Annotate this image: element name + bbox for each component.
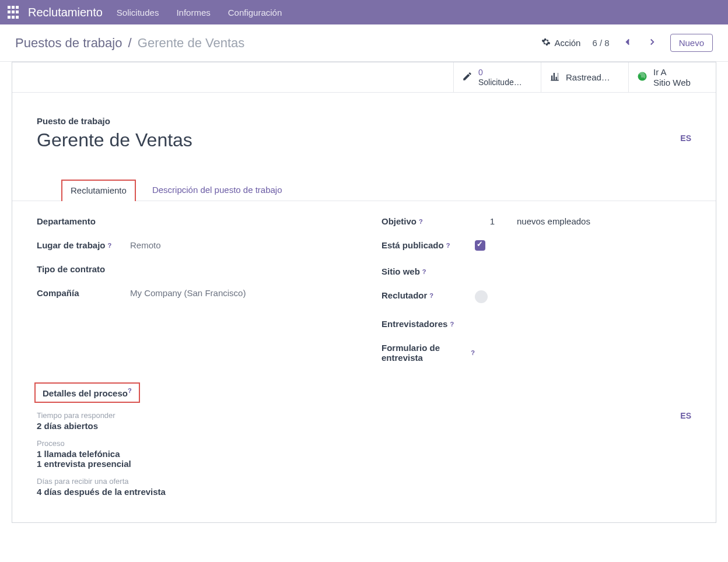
offer-days-label: Días para recibir una oferta [37, 477, 166, 486]
recruiter-label: Reclutador? [382, 290, 475, 300]
stat-applications[interactable]: 0 Solicitude… [453, 62, 541, 92]
stat-trackers-label: Rastread… [566, 72, 610, 82]
help-icon[interactable]: ? [471, 349, 475, 356]
stat-buttons-row: 0 Solicitude… Rastread… Ir A Sitio Web [12, 62, 716, 93]
company-label: Compañía [37, 288, 130, 298]
job-title-input[interactable]: Gerente de Ventas [37, 129, 192, 151]
department-label: Departamento [37, 216, 130, 226]
stat-website-line2: Sitio Web [653, 78, 691, 88]
help-icon[interactable]: ? [429, 292, 433, 299]
contract-type-label: Tipo de contrato [37, 264, 130, 274]
nav-item-configuration[interactable]: Configuración [228, 8, 282, 17]
top-navbar: Reclutamiento Solicitudes Informes Confi… [0, 0, 728, 24]
form-sheet: 0 Solicitude… Rastread… Ir A Sitio Web P… [12, 62, 716, 523]
process-details-header: Detalles del proceso? [34, 382, 140, 403]
action-label: Acción [554, 38, 580, 48]
nav-item-reports[interactable]: Informes [176, 8, 210, 17]
published-checkbox[interactable] [475, 240, 485, 251]
stat-website[interactable]: Ir A Sitio Web [628, 62, 716, 92]
svg-rect-0 [551, 80, 559, 81]
pencil-icon [462, 71, 473, 83]
workplace-input[interactable]: Remoto [130, 240, 346, 250]
action-dropdown[interactable]: Acción [541, 37, 580, 48]
next-record-button[interactable] [646, 37, 659, 49]
stat-applications-label: Solicitude… [478, 78, 522, 87]
stat-website-line1: Ir A [653, 67, 691, 78]
help-icon[interactable]: ? [419, 218, 423, 225]
help-icon[interactable]: ? [128, 387, 132, 394]
chevron-left-icon [622, 37, 633, 47]
help-icon[interactable]: ? [450, 321, 454, 328]
stat-trackers[interactable]: Rastread… [541, 62, 628, 92]
tab-recruitment[interactable]: Reclutamiento [61, 180, 136, 201]
process-line-1[interactable]: 1 llamada telefónica [37, 449, 166, 459]
language-badge-process[interactable]: ES [680, 411, 691, 505]
bar-chart-icon [550, 71, 560, 83]
respond-time-value[interactable]: 2 días abiertos [37, 421, 166, 431]
website-field-label: Sitio web? [382, 266, 475, 276]
globe-icon [637, 71, 648, 83]
workplace-label: Lugar de trabajo? [37, 240, 130, 250]
tab-description[interactable]: Descripción del puesto de trabajo [152, 179, 282, 201]
breadcrumb: Puestos de trabajo / Gerente de Ventas [15, 36, 244, 51]
breadcrumb-current: Gerente de Ventas [138, 36, 244, 50]
offer-days-value[interactable]: 4 días después de la entrevista [37, 487, 166, 497]
prev-record-button[interactable] [621, 37, 634, 49]
apps-icon[interactable] [6, 5, 20, 19]
help-icon[interactable]: ? [446, 242, 450, 249]
app-brand[interactable]: Reclutamiento [28, 6, 103, 19]
nav-item-applications[interactable]: Solicitudes [117, 8, 159, 17]
breadcrumb-separator: / [128, 36, 132, 50]
target-label: Objetivo? [382, 216, 475, 226]
gear-icon [541, 37, 551, 48]
respond-time-label: Tiempo para responder [37, 411, 166, 420]
help-icon[interactable]: ? [422, 268, 426, 275]
chevron-right-icon [647, 37, 657, 47]
tab-bar: Reclutamiento Descripción del puesto de … [12, 179, 716, 201]
interview-form-label: Formulario de entrevista? [382, 343, 475, 363]
target-input[interactable]: 1 [475, 216, 510, 226]
recruiter-avatar[interactable] [475, 290, 488, 303]
pager-text[interactable]: 6 / 8 [592, 38, 609, 48]
new-button[interactable]: Nuevo [670, 34, 713, 52]
company-input[interactable]: My Company (San Francisco) [130, 288, 346, 298]
breadcrumb-parent[interactable]: Puestos de trabajo [15, 36, 122, 50]
target-suffix: nuevos empleados [517, 216, 590, 226]
job-position-label: Puesto de trabajo [37, 116, 192, 126]
process-line-2[interactable]: 1 entrevista presencial [37, 459, 166, 469]
stat-applications-count: 0 [478, 68, 522, 78]
breadcrumb-bar: Puestos de trabajo / Gerente de Ventas A… [0, 24, 728, 62]
help-icon[interactable]: ? [108, 242, 112, 249]
language-badge-title[interactable]: ES [680, 134, 691, 143]
published-label: Está publicado? [382, 240, 475, 250]
interviewers-label: Entrevistadores? [382, 319, 475, 329]
process-label: Proceso [37, 439, 166, 448]
